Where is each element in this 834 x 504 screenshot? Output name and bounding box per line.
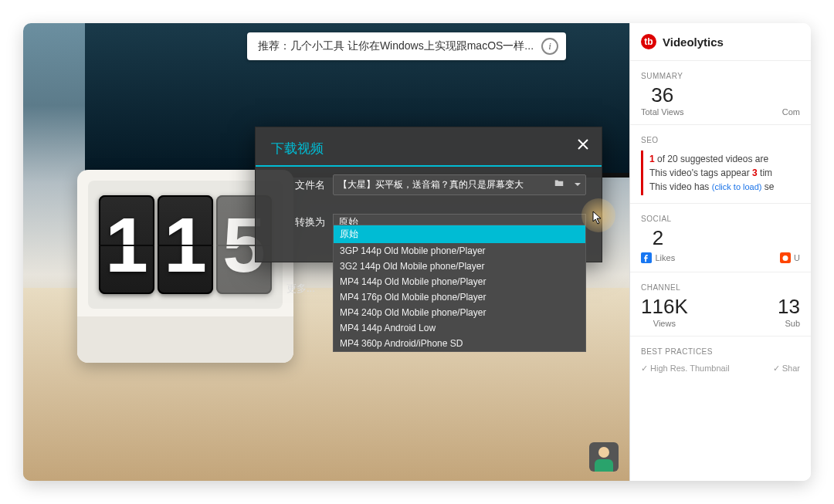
info-icon[interactable]: i — [541, 38, 558, 55]
video-player-area[interactable]: AM 1 1 5 推荐：几个小工具 让你在Windows上实现跟macOS一样.… — [23, 23, 629, 481]
dialog-title: 下载视频 — [256, 127, 602, 166]
option-3gp-144p[interactable]: 3GP 144p Old Mobile phone/Player — [334, 243, 585, 259]
app-frame: AM 1 1 5 推荐：几个小工具 让你在Windows上实现跟macOS一样.… — [23, 23, 811, 481]
best-practices-row: ✓ High Res. Thumbnail ✓ Shar — [630, 359, 811, 378]
device-base — [77, 316, 293, 363]
likes-stat: 2 Likes — [641, 226, 675, 264]
bp-share-check: ✓ Shar — [773, 364, 800, 374]
close-icon — [575, 143, 591, 154]
convert-options-dropdown[interactable]: 原始 3GP 144p Old Mobile phone/Player 3G2 … — [333, 225, 586, 352]
channel-heading: CHANNEL — [630, 272, 811, 295]
convert-label: 转换为 — [279, 215, 325, 229]
recommendation-text: 推荐：几个小工具 让你在Windows上实现跟macOS一样... — [258, 39, 534, 53]
facebook-icon — [641, 252, 652, 263]
option-mp4-144p[interactable]: MP4 144p Old Mobile phone/Player — [334, 274, 585, 289]
channel-views-stat: 116K Views — [641, 295, 688, 328]
social-heading: SOCIAL — [630, 204, 811, 226]
summary-heading: SUMMARY — [630, 61, 811, 83]
seo-heading: SEO — [630, 125, 811, 147]
option-mp4-240p[interactable]: MP4 240p Old Mobile phone/Player — [334, 305, 585, 320]
clock-digit-2: 1 — [158, 195, 213, 294]
click-highlight — [581, 198, 615, 232]
chevron-down-icon[interactable] — [574, 179, 581, 191]
tubebuddy-logo-icon: tb — [641, 34, 656, 49]
videolytics-header: tb Videolytics — [630, 31, 811, 61]
likes-value: 2 — [641, 226, 675, 250]
channel-views-value: 116K — [641, 295, 688, 319]
comments-label: Com — [714, 107, 800, 117]
option-mp4-176p[interactable]: MP4 176p Old Mobile phone/Player — [334, 289, 585, 305]
mouse-cursor-icon — [592, 211, 603, 227]
close-button[interactable] — [575, 137, 591, 154]
option-3g2-144p[interactable]: 3G2 144p Old Mobile phone/Player — [334, 259, 585, 274]
option-mp4-144p-android[interactable]: MP4 144p Android Low — [334, 320, 585, 336]
folder-icon[interactable] — [554, 178, 564, 191]
filename-label: 文件名 — [279, 178, 325, 192]
svg-point-2 — [782, 255, 788, 261]
channel-avatar[interactable] — [589, 442, 619, 472]
bp-thumbnail-check: ✓ High Res. Thumbnail — [641, 364, 730, 374]
recommendation-card[interactable]: 推荐：几个小工具 让你在Windows上实现跟macOS一样... i — [247, 32, 566, 60]
option-mp4-360p[interactable]: MP4 360p Android/iPhone SD — [334, 336, 585, 351]
subscribers-label: Sub — [719, 319, 800, 328]
videolytics-title: Videolytics — [663, 36, 724, 49]
avatar-head — [598, 447, 609, 458]
filename-row: 文件名 【大星】买平板，送音箱？真的只是屏幕变大 — [256, 167, 602, 195]
channel-views-label: Views — [641, 319, 688, 328]
seo-summary-box: 1 of 20 suggested videos are This video'… — [641, 151, 800, 195]
subscribers-stat: 13 Sub — [719, 295, 800, 328]
total-views-label: Total Views — [641, 107, 683, 117]
total-views-stat: 36 Total Views — [641, 83, 683, 117]
avatar-body — [595, 459, 613, 472]
download-video-dialog: 下载视频 文件名 【大星】买平板，送音箱？真的只是屏幕变大 — [255, 127, 602, 262]
option-original[interactable]: 原始 — [334, 225, 585, 243]
best-practices-heading: BEST PRACTICES — [630, 337, 811, 359]
reddit-icon — [780, 252, 791, 263]
reddit-stat: U — [706, 226, 800, 264]
subscribers-value: 13 — [719, 295, 800, 319]
total-views-value: 36 — [641, 83, 683, 107]
comments-stat: Com — [714, 83, 800, 117]
clock-digit-1: 1 — [99, 195, 154, 294]
filename-input[interactable]: 【大星】买平板，送音箱？真的只是屏幕变大 — [333, 174, 586, 195]
likes-label: Likes — [655, 253, 675, 262]
videolytics-panel: tb Videolytics SUMMARY 36 Total Views Co… — [629, 23, 811, 481]
click-to-load-link[interactable]: (click to load) — [712, 182, 762, 191]
clock-face: AM 1 1 5 — [88, 181, 283, 309]
more-options-link[interactable]: 更多... — [286, 282, 315, 296]
